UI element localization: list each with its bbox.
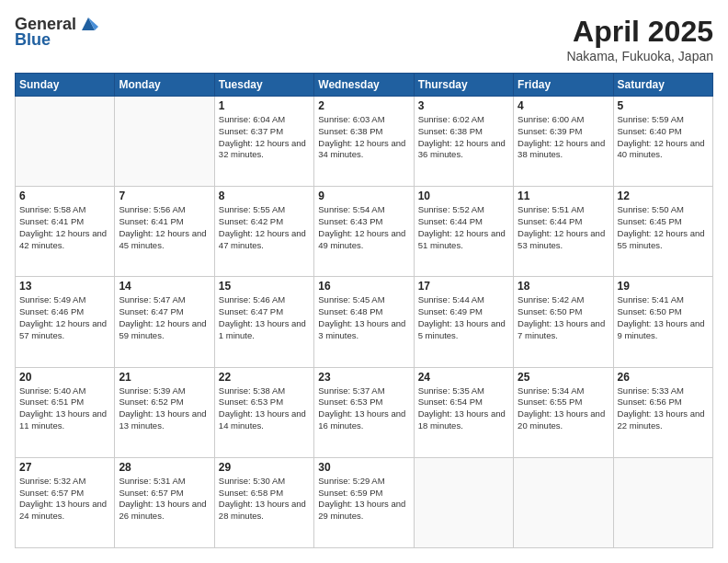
calendar-header-row: SundayMondayTuesdayWednesdayThursdayFrid…	[16, 74, 713, 97]
calendar-week-2: 6Sunrise: 5:58 AM Sunset: 6:41 PM Daylig…	[16, 187, 713, 277]
cell-info: Sunrise: 5:52 AM Sunset: 6:44 PM Dayligh…	[418, 204, 509, 251]
day-number: 19	[618, 280, 709, 293]
calendar-cell: 6Sunrise: 5:58 AM Sunset: 6:41 PM Daylig…	[16, 187, 115, 277]
cell-info: Sunrise: 6:04 AM Sunset: 6:37 PM Dayligh…	[219, 114, 310, 161]
calendar-cell: 17Sunrise: 5:44 AM Sunset: 6:49 PM Dayli…	[414, 277, 513, 367]
day-number: 17	[418, 280, 509, 293]
weekday-header-saturday: Saturday	[613, 74, 712, 97]
calendar-cell: 19Sunrise: 5:41 AM Sunset: 6:50 PM Dayli…	[613, 277, 712, 367]
cell-info: Sunrise: 5:55 AM Sunset: 6:42 PM Dayligh…	[219, 204, 310, 251]
weekday-header-tuesday: Tuesday	[214, 74, 313, 97]
day-number: 16	[318, 280, 409, 293]
day-number: 28	[119, 461, 210, 474]
day-number: 14	[119, 280, 210, 293]
weekday-header-friday: Friday	[514, 74, 613, 97]
day-number: 3	[418, 99, 509, 112]
cell-info: Sunrise: 5:56 AM Sunset: 6:41 PM Dayligh…	[119, 204, 210, 251]
calendar-cell	[613, 457, 712, 547]
calendar-cell: 10Sunrise: 5:52 AM Sunset: 6:44 PM Dayli…	[414, 187, 513, 277]
cell-info: Sunrise: 5:37 AM Sunset: 6:53 PM Dayligh…	[318, 385, 409, 432]
cell-info: Sunrise: 5:29 AM Sunset: 6:59 PM Dayligh…	[318, 476, 409, 523]
cell-info: Sunrise: 5:54 AM Sunset: 6:43 PM Dayligh…	[318, 204, 409, 251]
day-number: 7	[119, 190, 210, 202]
cell-info: Sunrise: 5:47 AM Sunset: 6:47 PM Dayligh…	[119, 294, 210, 341]
calendar-cell: 24Sunrise: 5:35 AM Sunset: 6:54 PM Dayli…	[414, 367, 513, 457]
cell-info: Sunrise: 5:40 AM Sunset: 6:51 PM Dayligh…	[19, 385, 110, 432]
day-number: 10	[418, 190, 509, 202]
calendar-cell: 28Sunrise: 5:31 AM Sunset: 6:57 PM Dayli…	[115, 457, 214, 547]
calendar-cell: 12Sunrise: 5:50 AM Sunset: 6:45 PM Dayli…	[613, 187, 712, 277]
header: General Blue April 2025 Nakama, Fukuoka,…	[15, 15, 713, 63]
calendar-cell: 27Sunrise: 5:32 AM Sunset: 6:57 PM Dayli…	[16, 457, 115, 547]
cell-info: Sunrise: 5:46 AM Sunset: 6:47 PM Dayligh…	[219, 294, 310, 341]
calendar-cell: 13Sunrise: 5:49 AM Sunset: 6:46 PM Dayli…	[16, 277, 115, 367]
cell-info: Sunrise: 5:58 AM Sunset: 6:41 PM Dayligh…	[19, 204, 110, 251]
weekday-header-wednesday: Wednesday	[314, 74, 414, 97]
day-number: 4	[518, 99, 609, 112]
calendar-cell: 26Sunrise: 5:33 AM Sunset: 6:56 PM Dayli…	[613, 367, 712, 457]
cell-info: Sunrise: 5:45 AM Sunset: 6:48 PM Dayligh…	[318, 294, 409, 341]
calendar-week-3: 13Sunrise: 5:49 AM Sunset: 6:46 PM Dayli…	[16, 277, 713, 367]
calendar-cell: 2Sunrise: 6:03 AM Sunset: 6:38 PM Daylig…	[314, 97, 414, 187]
cell-info: Sunrise: 5:41 AM Sunset: 6:50 PM Dayligh…	[618, 294, 709, 341]
day-number: 27	[19, 461, 110, 474]
calendar-cell: 22Sunrise: 5:38 AM Sunset: 6:53 PM Dayli…	[214, 367, 313, 457]
logo-icon	[78, 14, 98, 34]
day-number: 18	[518, 280, 609, 293]
cell-info: Sunrise: 5:30 AM Sunset: 6:58 PM Dayligh…	[219, 476, 310, 523]
calendar-cell: 18Sunrise: 5:42 AM Sunset: 6:50 PM Dayli…	[514, 277, 613, 367]
calendar-cell: 30Sunrise: 5:29 AM Sunset: 6:59 PM Dayli…	[314, 457, 414, 547]
day-number: 20	[19, 371, 110, 384]
day-number: 6	[19, 190, 110, 202]
calendar-cell: 29Sunrise: 5:30 AM Sunset: 6:58 PM Dayli…	[214, 457, 313, 547]
day-number: 11	[518, 190, 609, 202]
calendar-week-4: 20Sunrise: 5:40 AM Sunset: 6:51 PM Dayli…	[16, 367, 713, 457]
weekday-header-monday: Monday	[115, 74, 214, 97]
day-number: 30	[318, 461, 409, 474]
day-number: 15	[219, 280, 310, 293]
location-title: Nakama, Fukuoka, Japan	[566, 49, 713, 63]
day-number: 24	[418, 371, 509, 384]
cell-info: Sunrise: 5:32 AM Sunset: 6:57 PM Dayligh…	[19, 476, 110, 523]
calendar-week-5: 27Sunrise: 5:32 AM Sunset: 6:57 PM Dayli…	[16, 457, 713, 547]
cell-info: Sunrise: 5:33 AM Sunset: 6:56 PM Dayligh…	[618, 385, 709, 432]
cell-info: Sunrise: 5:35 AM Sunset: 6:54 PM Dayligh…	[418, 385, 509, 432]
calendar-cell: 14Sunrise: 5:47 AM Sunset: 6:47 PM Dayli…	[115, 277, 214, 367]
calendar-cell: 21Sunrise: 5:39 AM Sunset: 6:52 PM Dayli…	[115, 367, 214, 457]
calendar-cell: 20Sunrise: 5:40 AM Sunset: 6:51 PM Dayli…	[16, 367, 115, 457]
day-number: 22	[219, 371, 310, 384]
day-number: 23	[318, 371, 409, 384]
cell-info: Sunrise: 5:49 AM Sunset: 6:46 PM Dayligh…	[19, 294, 110, 341]
calendar-cell: 5Sunrise: 5:59 AM Sunset: 6:40 PM Daylig…	[613, 97, 712, 187]
day-number: 13	[19, 280, 110, 293]
cell-info: Sunrise: 5:38 AM Sunset: 6:53 PM Dayligh…	[219, 385, 310, 432]
cell-info: Sunrise: 5:31 AM Sunset: 6:57 PM Dayligh…	[119, 476, 210, 523]
calendar-cell: 16Sunrise: 5:45 AM Sunset: 6:48 PM Dayli…	[314, 277, 414, 367]
calendar-cell: 7Sunrise: 5:56 AM Sunset: 6:41 PM Daylig…	[115, 187, 214, 277]
calendar-cell	[16, 97, 115, 187]
calendar-cell	[115, 97, 214, 187]
day-number: 21	[119, 371, 210, 384]
weekday-header-thursday: Thursday	[414, 74, 513, 97]
day-number: 8	[219, 190, 310, 202]
day-number: 1	[219, 99, 310, 112]
cell-info: Sunrise: 5:39 AM Sunset: 6:52 PM Dayligh…	[119, 385, 210, 432]
day-number: 29	[219, 461, 310, 474]
month-title: April 2025	[566, 15, 713, 49]
cell-info: Sunrise: 5:42 AM Sunset: 6:50 PM Dayligh…	[518, 294, 609, 341]
page: General Blue April 2025 Nakama, Fukuoka,…	[0, 0, 728, 563]
calendar-cell: 11Sunrise: 5:51 AM Sunset: 6:44 PM Dayli…	[514, 187, 613, 277]
cell-info: Sunrise: 6:00 AM Sunset: 6:39 PM Dayligh…	[518, 114, 609, 161]
calendar-cell	[514, 457, 613, 547]
calendar-cell: 15Sunrise: 5:46 AM Sunset: 6:47 PM Dayli…	[214, 277, 313, 367]
calendar-cell: 25Sunrise: 5:34 AM Sunset: 6:55 PM Dayli…	[514, 367, 613, 457]
calendar-cell: 4Sunrise: 6:00 AM Sunset: 6:39 PM Daylig…	[514, 97, 613, 187]
day-number: 9	[318, 190, 409, 202]
day-number: 2	[318, 99, 409, 112]
logo: General Blue	[15, 15, 98, 50]
cell-info: Sunrise: 5:50 AM Sunset: 6:45 PM Dayligh…	[618, 204, 709, 251]
day-number: 26	[618, 371, 709, 384]
calendar-cell: 8Sunrise: 5:55 AM Sunset: 6:42 PM Daylig…	[214, 187, 313, 277]
day-number: 25	[518, 371, 609, 384]
cell-info: Sunrise: 6:02 AM Sunset: 6:38 PM Dayligh…	[418, 114, 509, 161]
